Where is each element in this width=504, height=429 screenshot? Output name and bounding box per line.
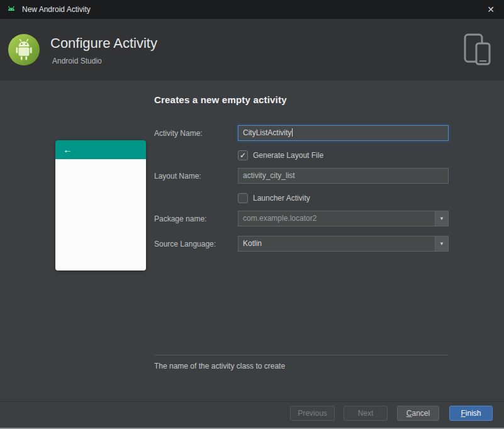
source-language-dropdown-button[interactable]: ▼ xyxy=(435,236,449,252)
layout-name-value: activity_city_list xyxy=(243,171,295,180)
generate-layout-checkbox[interactable]: ✓ xyxy=(238,150,248,160)
android-studio-logo xyxy=(8,33,40,66)
checkmark-icon: ✓ xyxy=(240,151,246,160)
finish-mnemonic: F xyxy=(461,409,465,418)
activity-name-label: Activity Name: xyxy=(154,129,203,138)
package-name-combobox[interactable]: com.example.locator2 ▼ xyxy=(238,211,449,226)
source-language-label: Source Language: xyxy=(154,240,216,248)
launcher-activity-label[interactable]: Launcher Activity xyxy=(253,194,310,203)
wizard-header: Configure Activity Android Studio xyxy=(0,19,504,81)
next-button[interactable]: Next xyxy=(344,406,388,421)
chevron-down-icon: ▼ xyxy=(439,242,444,247)
android-robot-icon xyxy=(6,4,16,14)
activity-name-input[interactable]: CityListActivity xyxy=(238,125,449,141)
finish-button[interactable]: Finish xyxy=(449,406,493,421)
window-title: New Android Activity xyxy=(22,5,91,14)
back-arrow-icon: ← xyxy=(63,144,72,155)
buttonbar-divider xyxy=(0,401,504,402)
field-help-text: The name of the activity class to create xyxy=(154,362,285,370)
launcher-activity-checkbox[interactable] xyxy=(238,193,248,203)
source-language-value: Kotlin xyxy=(243,239,262,248)
activity-preview: ← xyxy=(55,140,146,270)
layout-name-input[interactable]: activity_city_list xyxy=(238,168,449,184)
close-icon[interactable]: ✕ xyxy=(484,4,498,14)
new-android-activity-dialog: New Android Activity ✕ xyxy=(0,0,504,429)
header-title: Configure Activity xyxy=(50,35,157,52)
finish-label-rest: inish xyxy=(466,409,481,418)
package-name-label: Package name: xyxy=(154,214,206,223)
help-divider xyxy=(154,355,449,355)
layout-name-label: Layout Name: xyxy=(154,172,201,181)
chevron-down-icon: ▼ xyxy=(439,216,444,221)
preview-appbar: ← xyxy=(55,140,146,159)
activity-name-value: CityListActivity xyxy=(243,128,291,137)
header-subtitle: Android Studio xyxy=(52,57,102,65)
previous-button[interactable]: Previous xyxy=(290,406,335,421)
window-titlebar: New Android Activity ✕ xyxy=(0,0,504,19)
preview-body xyxy=(55,159,146,270)
generate-layout-label[interactable]: Generate Layout File xyxy=(253,151,323,160)
package-name-dropdown-button[interactable]: ▼ xyxy=(435,211,449,226)
text-caret xyxy=(292,128,293,136)
package-name-value: com.example.locator2 xyxy=(243,214,316,223)
cancel-label-rest: ancel xyxy=(412,409,430,418)
cancel-button[interactable]: Cancel xyxy=(397,406,439,421)
step-heading: Creates a new empty activity xyxy=(154,94,287,105)
source-language-combobox[interactable]: Kotlin ▼ xyxy=(238,236,449,252)
phone-tablet-icon xyxy=(460,33,493,67)
